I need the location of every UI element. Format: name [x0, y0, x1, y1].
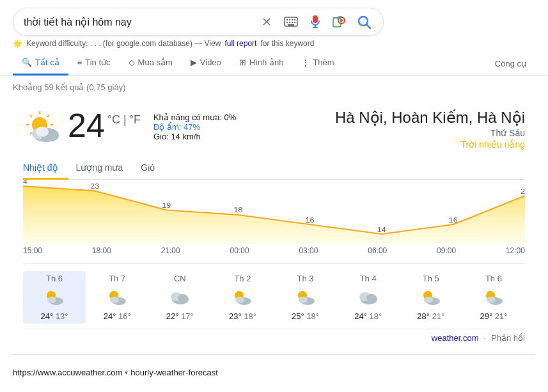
forecast-day-2-low: 17° [181, 311, 194, 321]
time-label-0: 15:00 [23, 246, 42, 255]
weather-source-link[interactable]: weather.com [432, 333, 479, 343]
svg-rect-1 [286, 19, 288, 20]
svg-line-22 [30, 132, 32, 134]
forecast-day-6-temps: 28° 21° [417, 311, 444, 321]
time-label-7: 12:00 [506, 246, 525, 255]
forecast-day-5-icon [357, 286, 380, 309]
feedback-link[interactable]: Phản hồi [491, 333, 525, 343]
weather-tab-temperature[interactable]: Nhiệt độ [23, 157, 68, 180]
weather-day: Thứ Sáu [335, 128, 525, 138]
time-label-4: 03:00 [299, 246, 318, 255]
tab-shopping-label: Mua sắm [138, 58, 173, 67]
weather-tab-rain[interactable]: Lượng mưa [76, 157, 134, 180]
svg-point-27 [36, 127, 49, 137]
svg-text:14: 14 [377, 226, 386, 233]
forecast-day-5-temps: 24° 18° [354, 311, 382, 321]
forecast-day-3-high: 23° [229, 311, 242, 321]
forecast-day-3-low: 18° [244, 311, 256, 321]
temp-unit-c: °C [107, 114, 120, 125]
clear-button[interactable] [258, 13, 276, 31]
tab-news-label: Tin tức [85, 58, 110, 67]
keyword-difficulty-suffix: for this keyword [260, 39, 314, 48]
weather-tabs: Nhiệt độ Lượng mưa Gió [23, 157, 525, 180]
forecast-day-0-low: 13° [56, 311, 68, 321]
forecast-day-1[interactable]: Th 7 24° 16° [86, 271, 148, 324]
wind-detail: Gió: 14 km/h [153, 132, 236, 141]
tools-button[interactable]: Công cụ [486, 52, 535, 75]
keyword-difficulty-bar: 🌟 Keyword difficulty: . . . (for google.… [0, 36, 548, 51]
svg-point-51 [299, 297, 308, 303]
forecast-day-3-icon [231, 286, 254, 309]
search-icons [258, 13, 373, 31]
svg-marker-28 [23, 186, 525, 244]
time-label-5: 06:00 [368, 246, 387, 255]
time-label-6: 09:00 [437, 246, 456, 255]
forecast-day-3-name: Th 2 [234, 274, 251, 283]
video-icon: ▶ [191, 58, 197, 67]
forecast-day-2[interactable]: CN 22° 17° [148, 271, 211, 324]
forecast-day-0-high: 24° [41, 311, 54, 321]
svg-rect-7 [292, 22, 293, 23]
result-domain-link[interactable]: https://www.accuweather.com [13, 368, 122, 377]
svg-rect-5 [286, 22, 288, 23]
tab-news[interactable]: ≡ Tin tức [68, 51, 120, 75]
svg-text:16: 16 [306, 216, 315, 224]
time-labels: 15:00 18:00 21:00 00:00 03:00 06:00 09:0… [23, 244, 525, 258]
tab-shopping[interactable]: ◇ Mua sắm [120, 51, 182, 75]
svg-text:16: 16 [449, 216, 458, 224]
forecast-day-0[interactable]: Th 6 24° 13° [23, 271, 86, 324]
tab-video-label: Video [200, 58, 221, 67]
forecast-day-4-low: 18° [306, 311, 319, 321]
forecast-day-7-name: Th 6 [485, 274, 502, 283]
more-icon: ⋮ [301, 58, 309, 67]
forecast-day-1-low: 16° [118, 311, 131, 321]
tab-images[interactable]: ⊞ Hình ảnh [230, 51, 293, 75]
image-search-button[interactable] [331, 13, 348, 31]
tab-video[interactable]: ▶ Video [182, 51, 230, 75]
weather-main-icon [23, 109, 68, 147]
forecast-day-5[interactable]: Th 4 24° 18° [337, 271, 400, 324]
forecast-day-7-high: 29° [480, 311, 492, 321]
shopping-icon: ◇ [129, 58, 135, 67]
forecast-day-7-low: 21° [495, 311, 508, 321]
all-search-icon: 🔍 [22, 58, 32, 67]
forecast-day-5-high: 24° [354, 311, 367, 321]
rain-detail: Khả năng có mưa: 0% [153, 113, 236, 122]
current-weather: 24 °C | °F Khả năng có mưa: 0% Độ ẩm: 47… [23, 109, 525, 150]
forecast-day-2-icon [168, 286, 191, 309]
search-box: thời tiết hà nội hôm nay [13, 8, 384, 36]
forecast-day-5-name: Th 4 [360, 274, 377, 283]
google-search-button[interactable] [355, 13, 373, 31]
search-bar-area: thời tiết hà nội hôm nay [0, 0, 548, 36]
forecast-day-6-icon [419, 286, 442, 309]
forecast-day-4[interactable]: Th 3 25° 18° [274, 271, 337, 324]
forecast-day-0-icon [43, 286, 66, 309]
svg-line-21 [47, 115, 49, 117]
forecast-day-7-temps: 29° 21° [480, 311, 507, 321]
svg-text:23: 23 [90, 182, 99, 190]
temp-value: 24 [68, 109, 105, 142]
nav-tabs: 🔍 Tất cả ≡ Tin tức ◇ Mua sắm ▶ Video ⊞ H… [0, 51, 548, 76]
tab-more[interactable]: ⋮ Thêm [292, 51, 343, 75]
full-report-link[interactable]: full report [224, 39, 256, 48]
forecast-day-3[interactable]: Th 2 23° 18° [211, 271, 274, 324]
search-input[interactable]: thời tiết hà nội hôm nay [24, 16, 258, 27]
keyboard-button[interactable] [282, 13, 300, 31]
svg-point-60 [487, 297, 496, 303]
svg-point-45 [178, 294, 188, 302]
forecast-day-1-icon [106, 286, 129, 309]
svg-text:22: 22 [521, 187, 525, 195]
weather-tab-wind[interactable]: Gió [141, 157, 165, 180]
divider [13, 354, 535, 355]
forecast-day-6[interactable]: Th 5 28° 21° [400, 271, 462, 324]
svg-text:18: 18 [234, 206, 243, 214]
chart-svg: 24 23 19 18 16 14 16 22 [23, 180, 525, 244]
forecast-day-4-high: 25° [292, 311, 304, 321]
forecast-day-2-temps: 22° 17° [166, 311, 194, 321]
temp-unit-f: °F [129, 114, 141, 125]
forecast-day-7[interactable]: Th 6 29° 21° [462, 271, 525, 324]
voice-search-button[interactable] [306, 13, 324, 31]
forecast-day-4-name: Th 3 [297, 274, 314, 283]
svg-text:19: 19 [162, 201, 171, 209]
tab-all[interactable]: 🔍 Tất cả [13, 51, 68, 75]
